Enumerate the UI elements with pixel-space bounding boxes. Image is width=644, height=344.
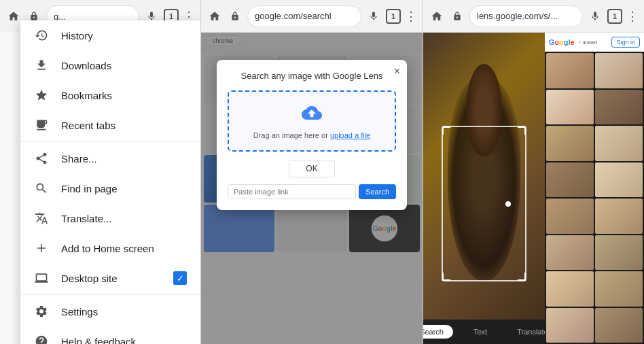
add-home-label: Add to Home screen — [61, 243, 187, 254]
desktop-checkbox[interactable]: ✓ — [173, 271, 187, 285]
lens-selection-box[interactable] — [442, 126, 526, 281]
lens-thumb-14[interactable] — [595, 271, 643, 307]
history-label: History — [61, 30, 187, 41]
lens-thumb-13[interactable] — [546, 271, 594, 307]
lens-thumbs-grid — [545, 52, 644, 344]
chrome-dropdown-menu: History Downloads Bookmarks — [20, 20, 200, 344]
corner-br — [518, 273, 526, 281]
downloads-label: Downloads — [61, 60, 187, 71]
upload-label: ↑ linked — [579, 39, 597, 46]
search-tab-button[interactable]: Search — [423, 325, 453, 339]
lens-drop-zone[interactable]: Drag an image here or upload a file — [228, 90, 396, 152]
omnibox-2[interactable]: google.com/searchl — [247, 5, 361, 27]
lens-upload-icon — [240, 103, 384, 127]
home-icon-2[interactable] — [207, 8, 223, 24]
mic-icon-2[interactable] — [365, 8, 382, 24]
tab-count-3[interactable]: 1 — [607, 9, 622, 24]
menu-divider-1 — [20, 141, 200, 142]
panel3-main-content: Search Text Translate Google ↑ linked Si… — [423, 33, 644, 344]
lens-thumb-11[interactable] — [546, 235, 594, 271]
panel1-chrome-menu: g... 1 ⋮ Google History — [0, 0, 200, 344]
panel3-lens-results: lens.google.com/s/... 1 ⋮ — [423, 0, 644, 344]
menu-item-bookmarks[interactable]: Bookmarks — [20, 80, 200, 110]
browser-bar-3: lens.google.com/s/... 1 ⋮ — [423, 0, 644, 33]
home-icon-3[interactable] — [429, 8, 445, 24]
translate-icon — [34, 211, 49, 226]
menu-item-settings[interactable]: Settings — [20, 296, 200, 326]
lens-thumb-16[interactable] — [595, 308, 643, 343]
lock-icon-2 — [227, 8, 243, 24]
lens-thumb-10[interactable] — [595, 199, 643, 234]
tab-count-2[interactable]: 1 — [386, 9, 401, 24]
help-icon — [34, 334, 49, 344]
lens-thumb-5[interactable] — [546, 126, 594, 161]
menu-item-recent-tabs[interactable]: Recent tabs — [20, 110, 200, 140]
lens-thumb-12[interactable] — [595, 235, 643, 271]
panel2-lens-dialog: google.com/searchl 1 ⋮ chrome — [200, 0, 423, 344]
lens-thumb-7[interactable] — [546, 162, 594, 198]
lens-drag-handle[interactable] — [505, 201, 511, 207]
panel2-content: chrome Google — [201, 33, 423, 344]
lens-thumb-3[interactable] — [546, 90, 594, 125]
star-icon — [34, 88, 49, 103]
menu-item-find[interactable]: Find in page — [20, 173, 200, 203]
lens-image-viewer: Search Text Translate — [423, 33, 545, 344]
lens-thumb-15[interactable] — [546, 308, 594, 343]
desktop-icon — [34, 271, 49, 286]
lens-search-button[interactable]: Search — [359, 184, 396, 199]
lens-thumb-1[interactable] — [546, 53, 594, 88]
menu-item-help[interactable]: Help & feedback — [20, 326, 200, 344]
omnibox-text-2: google.com/searchl — [255, 11, 332, 21]
translate-tab-button[interactable]: Translate — [507, 325, 545, 339]
mic-icon-3[interactable] — [587, 8, 603, 24]
lens-search-results: Google ↑ linked Sign in — [545, 33, 644, 344]
lens-modal-close-button[interactable]: × — [394, 65, 400, 78]
omnibox-text-3: lens.google.com/s/... — [477, 11, 558, 21]
lens-toolbar: Search Text Translate — [423, 320, 545, 344]
lens-thumb-2[interactable] — [595, 53, 643, 88]
browser-bar-2: google.com/searchl 1 ⋮ — [201, 0, 423, 33]
history-icon — [34, 28, 49, 43]
lens-thumb-4[interactable] — [595, 90, 643, 125]
omnibox-3[interactable]: lens.google.com/s/... — [469, 5, 583, 27]
lens-url-row: Search — [228, 184, 396, 199]
settings-icon — [34, 304, 49, 319]
google-logo-panel3: Google — [549, 38, 575, 46]
share-label: Share... — [61, 153, 187, 165]
lens-modal-overlay: × Search any image with Google Lens Drag… — [201, 33, 423, 344]
bookmarks-label: Bookmarks — [61, 90, 187, 101]
lens-thumb-8[interactable] — [595, 162, 643, 198]
downloads-icon — [34, 58, 49, 73]
recent-tabs-label: Recent tabs — [61, 120, 187, 131]
corner-bl — [442, 273, 450, 281]
menu-item-add-home[interactable]: Add to Home screen — [20, 233, 200, 263]
find-icon — [34, 181, 49, 196]
menu-item-share[interactable]: Share... — [20, 143, 200, 173]
menu-item-translate[interactable]: Translate... — [20, 203, 200, 233]
lens-modal-title: Search any image with Google Lens — [228, 71, 396, 81]
home-icon[interactable] — [5, 8, 22, 24]
recent-tabs-icon — [34, 118, 49, 133]
menu-item-downloads[interactable]: Downloads — [20, 50, 200, 80]
lens-thumb-9[interactable] — [546, 199, 594, 234]
corner-tl — [442, 126, 450, 135]
menu-item-history[interactable]: History — [20, 20, 200, 50]
sign-in-button[interactable]: Sign in — [611, 37, 640, 48]
lens-results-header: Google ↑ linked Sign in — [545, 33, 644, 52]
lens-url-input[interactable] — [228, 184, 356, 199]
desktop-label: Desktop site — [61, 273, 161, 284]
lens-drop-zone-text: Drag an image here or upload a file — [240, 131, 384, 139]
menu-divider-2 — [20, 294, 200, 295]
settings-label: Settings — [61, 306, 187, 317]
corner-tr — [518, 126, 526, 135]
add-home-icon — [34, 241, 49, 256]
more-menu-icon-2[interactable]: ⋮ — [405, 9, 417, 24]
menu-item-desktop[interactable]: Desktop site ✓ — [20, 263, 200, 293]
text-tab-button[interactable]: Text — [464, 325, 497, 339]
find-label: Find in page — [61, 183, 187, 194]
upload-file-link[interactable]: upload a file — [330, 131, 370, 139]
lens-thumb-6[interactable] — [595, 126, 643, 161]
lens-ok-button[interactable]: OK — [289, 160, 334, 177]
lock-icon-3 — [449, 8, 465, 24]
more-menu-icon-3[interactable]: ⋮ — [626, 9, 639, 24]
